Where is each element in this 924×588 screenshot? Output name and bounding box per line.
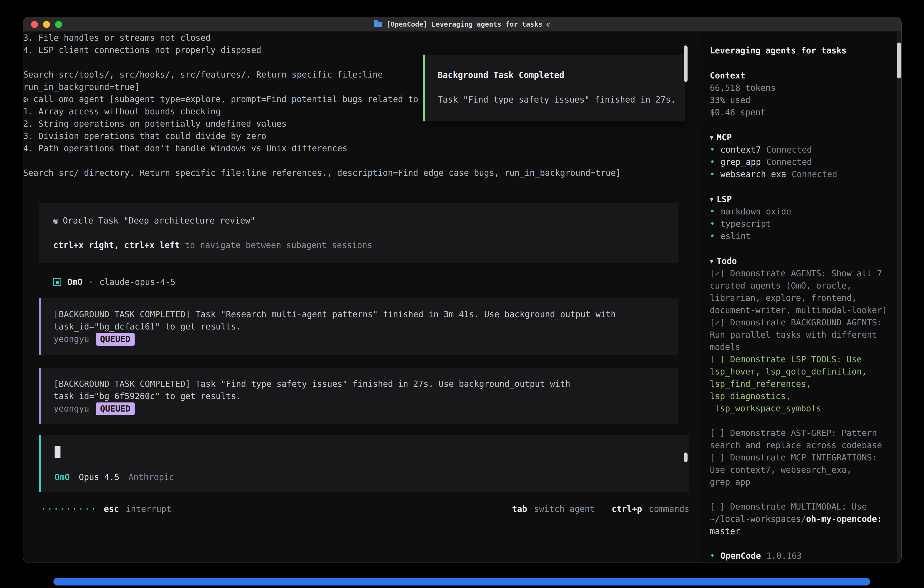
window-titlebar[interactable]: [OpenCode] Leveraging agents for tasks ◐	[23, 17, 901, 32]
mcp-status: Connected	[766, 144, 812, 156]
lsp-name: markdown-oxide	[720, 206, 791, 218]
oracle-hint-keys: ctrl+x right, ctrl+x left	[53, 240, 180, 250]
sidebar-scrollbar-track	[897, 32, 901, 563]
spinner-dots-icon: ·········	[41, 503, 97, 515]
todo-item-done: [✓] Demonstrate AGENTS: Show all 7 curat…	[710, 268, 896, 317]
message-meta: yeongyu QUEUED	[54, 403, 666, 415]
todo-item-done: [✓] Demonstrate BACKGROUND AGENTS: Run p…	[710, 317, 896, 353]
prompt-input[interactable]: OmO Opus 4.5 Anthropic	[39, 435, 690, 492]
text-cursor	[54, 446, 61, 458]
mcp-name: context7	[720, 144, 761, 156]
context-tokens: 66,518 tokens	[710, 82, 896, 94]
chat-scrollbar-thumb[interactable]	[684, 45, 688, 82]
bullet-icon: •	[710, 206, 715, 218]
session-title: Leveraging agents for tasks	[710, 45, 896, 57]
lsp-section-heading: ▼LSP	[710, 193, 896, 206]
window-body: 3. File handles or streams not closed 4.…	[23, 32, 901, 563]
input-provider-name: Anthropic	[129, 471, 174, 483]
context-spent: $0.46 spent	[710, 106, 896, 119]
oracle-task-title-row: ◉Oracle Task "Deep architecture review"	[53, 215, 669, 227]
todo-item-pending: [ ] Demonstrate MCP INTEGRATIONS: Use co…	[710, 452, 896, 489]
window-title: [OpenCode] Leveraging agents for tasks	[386, 21, 542, 28]
lsp-item: • typescript	[710, 218, 896, 230]
todo-section-heading: ▼Todo	[710, 255, 896, 268]
mcp-name: websearch_exa	[720, 168, 786, 180]
status-left: ········· esc interrupt	[41, 503, 172, 515]
lsp-name: typescript	[720, 218, 771, 230]
message-meta: yeongyu QUEUED	[54, 333, 666, 345]
bullet-icon: •	[710, 218, 715, 230]
chat-pane: 3. File handles or streams not closed 4.…	[23, 32, 700, 563]
agent-header-row: OmO · claude-opus-4-5	[53, 276, 700, 288]
terminal-window: [OpenCode] Leveraging agents for tasks ◐…	[23, 17, 902, 563]
zoom-window-button[interactable]	[55, 21, 62, 28]
status-right: tab switch agent ctrl+p commands	[512, 503, 690, 515]
separator-dot: ·	[88, 276, 94, 288]
bullet-icon: •	[710, 230, 715, 243]
window-title-group: [OpenCode] Leveraging agents for tasks ◐	[374, 21, 550, 28]
oracle-task-title: Oracle Task "Deep architecture review"	[63, 216, 255, 226]
lsp-name: eslint	[720, 230, 751, 243]
bullet-icon: •	[710, 156, 715, 168]
message-author: yeongyu	[54, 403, 89, 415]
todo-item-pending: [ ] Demonstrate AST-GREP: Pattern search…	[710, 427, 896, 452]
lsp-heading-label: LSP	[717, 195, 732, 204]
workspace-path: ~/local-workspaces/oh-my-opencode:	[710, 513, 896, 525]
esc-key-label: interrupt	[126, 503, 171, 515]
oracle-task-panel: ◉Oracle Task "Deep architecture review" …	[39, 203, 678, 263]
mcp-status: Connected	[792, 168, 837, 180]
mcp-item: • websearch_exa Connected	[710, 168, 896, 180]
toast-body: Task "Find type safety issues" finished …	[438, 94, 678, 106]
input-model-name: Opus 4.5	[79, 471, 119, 483]
message-text: [BACKGROUND TASK COMPLETED] Task "Find t…	[54, 378, 666, 403]
context-used: 33% used	[710, 94, 896, 106]
background-task-message: [BACKGROUND TASK COMPLETED] Task "Resear…	[39, 298, 678, 355]
traffic-lights	[31, 21, 62, 28]
status-bar: ········· esc interrupt tab switch agent…	[41, 503, 690, 515]
background-task-toast: Background Task Completed Task "Find typ…	[423, 55, 685, 121]
bullet-icon: •	[710, 144, 715, 156]
message-author: yeongyu	[54, 333, 89, 345]
mcp-heading-label: MCP	[717, 132, 732, 142]
input-agent-name: OmO	[54, 471, 70, 483]
lsp-item: • markdown-oxide	[710, 206, 896, 218]
queued-status-badge: QUEUED	[96, 403, 135, 415]
session-sidebar: Leveraging agents for tasks Context 66,5…	[700, 32, 901, 563]
chat-scrollbar-thumb[interactable]	[684, 453, 688, 462]
background-window-edge[interactable]	[53, 578, 870, 585]
agent-model: claude-opus-4-5	[99, 276, 175, 288]
chevron-down-icon: ▼	[710, 134, 713, 141]
oracle-navigation-hint: ctrl+x right, ctrl+x left to navigate be…	[53, 239, 669, 251]
queued-status-badge: QUEUED	[96, 333, 135, 345]
minimize-window-button[interactable]	[43, 21, 50, 28]
message-text: [BACKGROUND TASK COMPLETED] Task "Resear…	[54, 308, 666, 333]
close-window-button[interactable]	[31, 21, 38, 28]
workspace-branch: master	[710, 525, 896, 537]
opencode-brand: OpenCode	[720, 550, 761, 562]
toast-title: Background Task Completed	[438, 69, 678, 81]
tab-key-hint: tab	[512, 503, 527, 515]
mcp-item: • grep_app Connected	[710, 156, 896, 168]
chevron-down-icon: ▼	[710, 258, 713, 265]
mcp-item: • context7 Connected	[710, 144, 896, 156]
opencode-footer: • OpenCode 1.0.163	[710, 550, 896, 562]
opencode-version: 1.0.163	[766, 550, 802, 562]
mcp-section-heading: ▼MCP	[710, 131, 896, 144]
workspace-repo-name: oh-my-opencode:	[806, 514, 882, 524]
sidebar-scrollbar-thumb[interactable]	[897, 43, 901, 78]
mcp-status: Connected	[766, 156, 812, 168]
todo-item-active: [ ] Demonstrate LSP TOOLS: Use lsp_hover…	[710, 353, 896, 415]
chevron-down-icon: ▼	[710, 196, 713, 203]
tab-key-label: switch agent	[534, 503, 595, 515]
agent-square-icon	[53, 278, 61, 286]
mcp-name: grep_app	[720, 156, 761, 168]
input-model-row: OmO Opus 4.5 Anthropic	[54, 471, 676, 483]
workspace-path-prefix: ~/local-workspaces/	[710, 514, 806, 524]
todo-heading-label: Todo	[717, 256, 737, 266]
commands-key-label: commands	[649, 503, 690, 515]
oracle-bullet-icon: ◉	[53, 216, 58, 226]
bullet-icon: •	[710, 168, 715, 180]
background-task-message: [BACKGROUND TASK COMPLETED] Task "Find t…	[39, 368, 678, 424]
bullet-icon: •	[710, 550, 715, 562]
folder-icon	[374, 21, 382, 27]
